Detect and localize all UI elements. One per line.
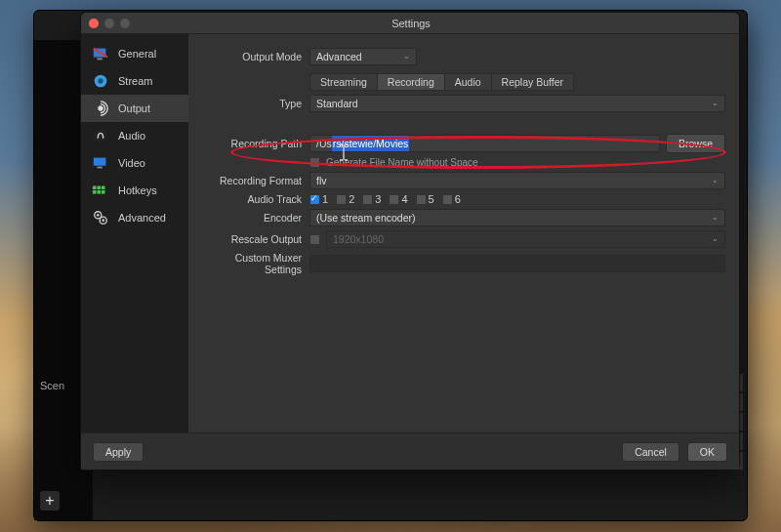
- chevron-down-icon: ⌄: [712, 210, 719, 225]
- svg-point-5: [94, 129, 107, 143]
- stream-icon: [91, 72, 110, 90]
- rescale-checkbox[interactable]: [309, 234, 320, 245]
- svg-point-17: [102, 219, 104, 222]
- rescale-label: Rescale Output: [202, 233, 309, 245]
- audio-track-3-checkbox[interactable]: [362, 194, 373, 205]
- sidebar-item-audio[interactable]: Audio: [81, 122, 188, 149]
- svg-point-16: [97, 214, 100, 217]
- gear-icon: [91, 209, 110, 226]
- sidebar-item-label: General: [118, 48, 156, 60]
- audio-track-4-checkbox[interactable]: [389, 194, 399, 205]
- recording-format-value: flv: [316, 173, 327, 188]
- browse-button[interactable]: Browse: [666, 134, 725, 153]
- general-icon: [91, 45, 110, 62]
- svg-rect-8: [93, 186, 97, 190]
- output-icon: [91, 100, 110, 117]
- audio-track-1-checkbox[interactable]: [309, 194, 320, 205]
- audio-track-2-checkbox[interactable]: [336, 194, 347, 205]
- svg-rect-9: [97, 186, 101, 190]
- sidebar-item-label: Hotkeys: [118, 184, 157, 196]
- titlebar: Settings: [81, 13, 739, 34]
- svg-rect-13: [102, 190, 105, 194]
- chevron-down-icon: ⌄: [712, 96, 719, 111]
- sidebar-item-hotkeys[interactable]: Hotkeys: [81, 177, 188, 204]
- svg-rect-12: [97, 190, 101, 194]
- muxer-label: Custom Muxer Settings: [202, 252, 309, 275]
- output-mode-select[interactable]: Advanced ⌄: [309, 48, 417, 65]
- settings-main-panel: Output Mode Advanced ⌄ Streaming Recordi…: [188, 34, 739, 432]
- sidebar-item-video[interactable]: Video: [81, 149, 188, 177]
- settings-footer: Apply Cancel OK: [81, 432, 739, 470]
- type-value: Standard: [316, 96, 358, 111]
- bg-add-button[interactable]: +: [40, 491, 60, 511]
- apply-button[interactable]: Apply: [93, 442, 144, 462]
- encoder-label: Encoder: [202, 212, 309, 224]
- path-prefix: /Us: [316, 136, 332, 151]
- filename-no-space-checkbox[interactable]: [309, 157, 320, 168]
- sidebar-item-output[interactable]: Output: [81, 95, 188, 122]
- sidebar-item-label: Output: [118, 102, 150, 114]
- sidebar-item-label: Audio: [118, 130, 145, 142]
- rescale-select: 1920x1080 ⌄: [326, 230, 725, 248]
- sidebar-item-advanced[interactable]: Advanced: [81, 204, 188, 231]
- audio-track-label: Audio Track: [202, 193, 309, 205]
- svg-rect-7: [97, 167, 102, 169]
- cancel-button[interactable]: Cancel: [622, 442, 679, 462]
- encoder-select[interactable]: (Use stream encoder) ⌄: [309, 209, 725, 226]
- audio-track-5-checkbox[interactable]: [416, 194, 427, 205]
- svg-rect-10: [102, 186, 105, 190]
- recording-path-input[interactable]: /Usrs/stewie/Movies: [309, 135, 660, 152]
- tab-streaming[interactable]: Streaming: [309, 73, 378, 91]
- settings-sidebar: General Stream Output Audio: [81, 34, 188, 432]
- ok-button[interactable]: OK: [687, 442, 727, 462]
- output-mode-label: Output Mode: [202, 51, 309, 62]
- sidebar-item-label: Stream: [118, 75, 152, 87]
- type-label: Type: [202, 98, 309, 109]
- video-icon: [91, 154, 110, 172]
- sidebar-item-label: Advanced: [118, 212, 166, 224]
- audio-track-6-checkbox[interactable]: [442, 194, 453, 205]
- window-title: Settings: [91, 18, 731, 29]
- chevron-down-icon: ⌄: [712, 231, 719, 247]
- svg-rect-11: [93, 190, 97, 194]
- audio-icon: [91, 127, 110, 144]
- path-selection: rs/stewie/Movies: [332, 136, 410, 151]
- svg-point-3: [98, 78, 103, 83]
- type-select[interactable]: Standard ⌄: [309, 95, 725, 112]
- rescale-value: 1920x1080: [333, 231, 384, 247]
- bg-scenes-label: Scen: [40, 380, 64, 391]
- settings-window: Settings General Stream Output: [80, 12, 740, 471]
- hotkeys-icon: [91, 182, 110, 199]
- svg-rect-6: [94, 158, 106, 166]
- sidebar-item-label: Video: [118, 157, 145, 169]
- output-mode-value: Advanced: [316, 49, 362, 64]
- chevron-down-icon: ⌄: [403, 49, 410, 64]
- recording-format-select[interactable]: flv ⌄: [309, 172, 725, 189]
- sidebar-item-stream[interactable]: Stream: [81, 67, 188, 95]
- sidebar-item-general[interactable]: General: [81, 40, 188, 67]
- tab-audio[interactable]: Audio: [445, 73, 492, 91]
- muxer-input[interactable]: [309, 255, 725, 272]
- encoder-value: (Use stream encoder): [316, 210, 416, 225]
- chevron-down-icon: ⌄: [712, 173, 719, 188]
- recording-path-label: Recording Path: [202, 138, 309, 149]
- recording-format-label: Recording Format: [202, 175, 309, 186]
- filename-no-space-label: Generate File Name without Space: [326, 157, 478, 168]
- svg-point-4: [98, 105, 103, 110]
- tab-replay-buffer[interactable]: Replay Buffer: [492, 73, 574, 91]
- tab-recording[interactable]: Recording: [378, 73, 445, 91]
- svg-rect-1: [97, 59, 102, 61]
